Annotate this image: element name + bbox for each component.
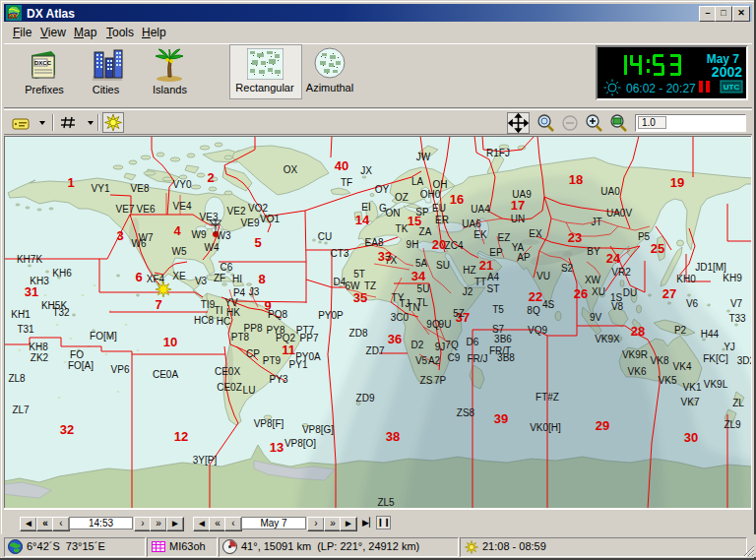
svg-text:TK: TK [396,223,409,234]
svg-text:PY8: PY8 [267,325,285,336]
svg-text:VK4: VK4 [673,361,692,372]
svg-text:25: 25 [651,241,664,256]
svg-text:T33: T33 [728,313,746,324]
svg-text:CP: CP [246,348,260,359]
svg-text:VR2: VR2 [611,267,631,278]
svg-text:EK: EK [473,229,487,240]
svg-text:PT9: PT9 [263,355,282,366]
svg-text:39: 39 [494,411,508,426]
svg-text:VP6: VP6 [111,364,130,375]
svg-text:W5: W5 [172,246,187,257]
svg-text:R1FJ: R1FJ [486,148,510,158]
svg-text:VP8[O]: VP8[O] [284,438,316,449]
svg-text:12: 12 [174,429,188,444]
svg-text:VO2: VO2 [248,203,268,214]
svg-text:C6: C6 [220,262,233,273]
svg-text:CE0X: CE0X [215,366,240,377]
svg-text:YJ: YJ [724,342,735,352]
svg-text:KH9: KH9 [723,273,742,283]
svg-text:PY3: PY3 [270,374,288,385]
svg-text:DU: DU [623,287,637,298]
svg-text:TI9: TI9 [201,299,216,310]
svg-text:8: 8 [258,272,265,286]
svg-text:3D2: 3D2 [737,355,752,366]
svg-text:5: 5 [254,235,261,250]
svg-text:3C0: 3C0 [391,312,410,323]
svg-text:LU: LU [243,385,256,396]
svg-text:ON: ON [386,208,401,218]
svg-text:22: 22 [529,289,542,304]
svg-text:2: 2 [207,170,214,185]
svg-text:EI: EI [361,202,370,213]
svg-text:TI: TI [215,305,223,316]
svg-text:7: 7 [155,297,161,312]
svg-text:17: 17 [511,198,525,213]
svg-text:V8: V8 [611,301,624,312]
svg-text:T31: T31 [17,324,34,335]
svg-text:OH0: OH0 [420,189,441,200]
svg-text:30: 30 [684,430,698,445]
svg-text:EZ: EZ [498,232,511,243]
svg-text:5T: 5T [353,269,365,280]
svg-text:VK5: VK5 [659,375,677,386]
svg-text:FT#Z: FT#Z [536,392,559,403]
svg-text:OZ: OZ [395,192,409,203]
svg-text:6W: 6W [346,280,361,291]
svg-text:35: 35 [353,290,367,305]
svg-text:VQ9: VQ9 [528,325,547,336]
svg-text:16: 16 [450,192,464,207]
svg-text:9U: 9U [439,319,452,330]
svg-text:8Q: 8Q [527,305,540,316]
svg-text:D2: D2 [411,340,424,350]
svg-text:V3: V3 [195,276,208,286]
svg-text:UA0V: UA0V [606,208,632,218]
svg-text:11: 11 [282,342,295,357]
svg-text:7P: 7P [434,375,447,386]
svg-text:OY: OY [375,184,390,195]
svg-text:KH8: KH8 [29,342,48,352]
svg-text:19: 19 [670,175,684,190]
svg-text:3: 3 [116,228,123,243]
svg-text:36: 36 [388,332,402,346]
svg-text:T32: T32 [52,307,70,318]
svg-text:KH6: KH6 [52,268,72,279]
svg-text:XE: XE [172,271,186,281]
svg-text:9J: 9J [435,342,446,352]
svg-text:9H: 9H [407,239,419,250]
svg-text:DXCC: DXCC [34,60,52,66]
svg-text:ZS: ZS [420,375,433,386]
svg-text:BY: BY [587,246,600,257]
svg-text:VK6: VK6 [628,366,647,377]
svg-text:TT: TT [474,277,486,287]
svg-text:ZD8: ZD8 [349,328,368,339]
svg-text:06:02 - 20:27: 06:02 - 20:27 [626,82,696,95]
svg-text:V7: V7 [730,298,743,309]
svg-text:3Y[P]: 3Y[P] [193,455,218,466]
svg-text:9V: 9V [590,312,602,323]
svg-text:LA: LA [411,176,424,187]
svg-text:ZD9: ZD9 [356,393,375,404]
svg-text:VY0: VY0 [173,179,192,190]
svg-text:3B6: 3B6 [494,334,512,344]
svg-text:W9: W9 [192,229,207,240]
svg-text:TF: TF [341,177,352,188]
svg-text:27: 27 [662,286,676,301]
svg-text:V5: V5 [415,355,428,366]
svg-text:XW: XW [585,275,601,285]
svg-text:EP: EP [489,247,503,258]
svg-text:26: 26 [574,286,588,301]
svg-text:29: 29 [596,418,609,433]
svg-text:EX: EX [529,228,542,239]
svg-text:PY0A: PY0A [295,351,321,362]
svg-text:W6: W6 [132,238,147,249]
svg-text:ZK2: ZK2 [31,352,49,363]
svg-text:T5: T5 [492,304,504,315]
svg-text:DX: DX [8,13,18,20]
svg-text:ZL: ZL [732,398,744,408]
svg-text:AP: AP [517,252,531,263]
svg-text:7X: 7X [385,255,398,266]
svg-text:J2: J2 [463,286,473,297]
svg-text:ZL5: ZL5 [377,497,395,508]
svg-text:H44: H44 [701,329,720,340]
svg-text:P2: P2 [674,325,687,336]
